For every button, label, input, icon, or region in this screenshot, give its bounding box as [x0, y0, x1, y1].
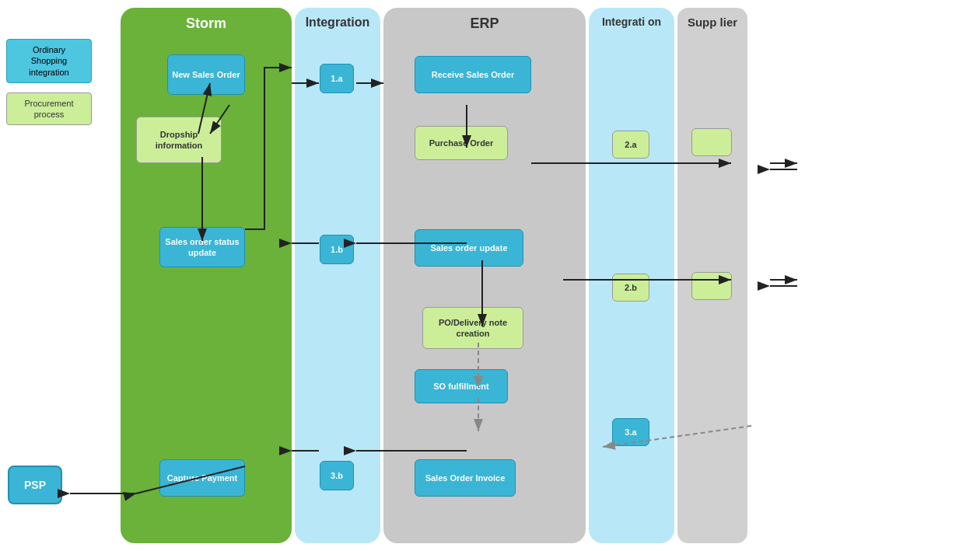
diagram-container: Ordinary Shopping integration Procuremen…	[0, 0, 980, 551]
swimlanes: Storm New Sales Order Dropship informati…	[121, 8, 976, 543]
node-3a: 3.a	[612, 418, 649, 446]
node-2a: 2.a	[612, 131, 649, 159]
legend-ordinary-shopping: Ordinary Shopping integration	[6, 39, 92, 83]
lane-integration2: Integrati on 2.a 2.b 3.a	[589, 8, 674, 543]
psp-label: PSP	[24, 479, 46, 491]
node-so-fulfillment: SO fulfillment	[415, 369, 508, 403]
node-1a: 1.a	[320, 64, 354, 93]
node-1b: 1.b	[320, 235, 354, 264]
lane-integration: Integration 1.a 1.b 3.b	[295, 8, 380, 543]
lane-storm: Storm New Sales Order Dropship informati…	[121, 8, 292, 543]
lane-supplier: Supp lier	[677, 8, 747, 543]
lane-erp: ERP Receive Sales Order Purchase Order S…	[383, 8, 586, 543]
legend-procurement: Procurement process	[6, 92, 92, 126]
node-sales-order-status: Sales order status update	[159, 227, 245, 267]
node-capture-payment: Capture Payment	[159, 459, 245, 497]
node-3b: 3.b	[320, 461, 354, 490]
node-dropship-info: Dropship information	[136, 117, 222, 163]
node-sales-order-update: Sales order update	[415, 229, 523, 267]
node-so-invoice: Sales Order Invoice	[415, 459, 516, 497]
node-2b: 2.b	[612, 274, 649, 302]
lane-integration2-title: Integrati on	[589, 8, 674, 29]
legend: Ordinary Shopping integration Procuremen…	[6, 39, 92, 125]
node-po-delivery: PO/Delivery note creation	[422, 307, 523, 349]
lane-erp-title: ERP	[383, 8, 586, 32]
lane-supplier-title: Supp lier	[677, 8, 747, 30]
psp-box: PSP	[8, 466, 62, 504]
node-sup-2a	[691, 128, 732, 156]
node-sup-2b	[691, 272, 732, 300]
node-receive-sales-order: Receive Sales Order	[415, 56, 531, 93]
lane-storm-title: Storm	[121, 8, 292, 32]
node-new-sales-order: New Sales Order	[167, 54, 245, 95]
lane-integration-title: Integration	[295, 8, 380, 30]
node-purchase-order: Purchase Order	[415, 126, 508, 160]
